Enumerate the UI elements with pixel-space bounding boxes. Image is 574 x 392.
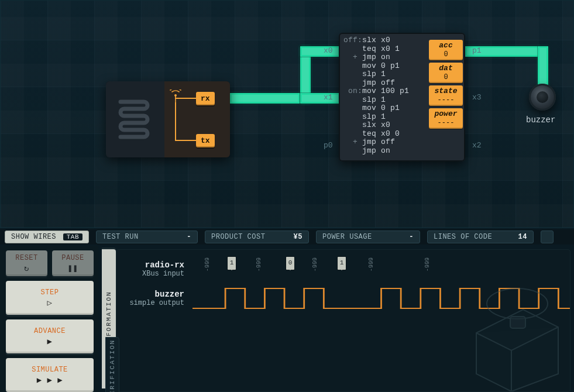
wire-rx-h1 [230, 93, 300, 104]
signal-scope: radio-rx XBus input -9991-9990-9991-999-… [116, 249, 570, 392]
tx-port[interactable]: tx [196, 134, 215, 147]
register-acc: acc0 [429, 40, 463, 60]
power-usage-stat: POWER USAGE - [316, 231, 420, 243]
register-panel: acc0 dat0 state---- power---- [429, 36, 463, 158]
test-run-stat: TEST RUN - [96, 231, 198, 243]
port-p1: p1 [472, 46, 482, 55]
advance-icon: ▶ [47, 336, 53, 346]
signal-name: radio-rx [116, 260, 184, 270]
xbus-value: -999 [312, 256, 318, 273]
buzzer-label: buzzer [526, 115, 555, 125]
buzzer-output[interactable] [529, 84, 556, 111]
port-x2: x2 [472, 141, 482, 150]
xbus-flag: 1 [228, 257, 236, 270]
register-power: power---- [429, 108, 463, 129]
mc-chip[interactable]: off:slx x0 teq x0 1 + jmp on mov 0 p1 sl… [339, 33, 465, 161]
step-icon: ▷ [47, 298, 53, 308]
tab-verification[interactable]: VERIFICATION [105, 337, 119, 392]
simulate-icon: ▶ ▶ ▶ [37, 375, 63, 385]
xbus-track: -9991-9990-9991-999-999 [193, 256, 570, 283]
xbus-value: -999 [204, 256, 211, 273]
port-x3: x3 [472, 93, 482, 102]
register-dat: dat0 [429, 63, 463, 83]
sim-controls: RESET ↻ PAUSE ❚❚ STEP ▷ ADVANCE ▶ SIMULA… [0, 246, 98, 392]
code-editor[interactable]: off:slx x0 teq x0 1 + jmp on mov 0 p1 sl… [343, 36, 429, 158]
simulate-button[interactable]: SIMULATE ▶ ▶ ▶ [6, 358, 94, 392]
svg-rect-2 [510, 317, 525, 328]
step-button[interactable]: STEP ▷ [6, 281, 94, 315]
show-wires-button[interactable]: SHOW WIRES TAB [5, 231, 89, 243]
wire-rx-h2 [300, 46, 340, 57]
bottom-panel: RESET ↻ PAUSE ❚❚ STEP ▷ ADVANCE ▶ SIMULA… [0, 246, 574, 392]
wire-rx-x1 [300, 93, 340, 104]
port-x1: x1 [324, 93, 333, 102]
signal-type: simple output [116, 299, 184, 307]
signal-name: buzzer [116, 290, 184, 299]
trace-v [175, 102, 176, 141]
status-bar: SHOW WIRES TAB TEST RUN - PRODUCT COST ¥… [0, 229, 574, 245]
show-wires-key: TAB [63, 233, 83, 240]
radio-panel: rx tx [164, 81, 230, 157]
waveform-icon [193, 285, 570, 312]
port-x0: x0 [324, 46, 333, 55]
advance-button[interactable]: ADVANCE ▶ [6, 319, 94, 353]
signal-buzzer: buzzer simple output [116, 284, 570, 313]
radio-module[interactable]: rx tx [106, 81, 230, 157]
xbus-value: -999 [424, 256, 431, 273]
register-state: state---- [429, 85, 463, 106]
design-canvas[interactable]: x0 x1 p0 p1 x3 x2 rx tx off:slx x0 teq x… [0, 0, 574, 228]
rx-port[interactable]: rx [196, 92, 215, 105]
status-extra [541, 231, 554, 243]
signal-radio-rx: radio-rx XBus input -9991-9990-9991-999-… [116, 255, 570, 284]
heatsink-icon [106, 81, 164, 157]
pause-button[interactable]: PAUSE ❚❚ [52, 250, 94, 276]
trace-h-rx [175, 98, 196, 99]
lines-of-code-stat: LINES OF CODE 14 [427, 231, 534, 243]
show-wires-label: SHOW WIRES [11, 233, 56, 241]
xbus-value: -999 [256, 256, 262, 273]
xbus-flag: 1 [338, 257, 346, 270]
trace-h-tx [175, 140, 196, 141]
svg-point-0 [174, 94, 177, 97]
wire-p1-v [538, 46, 548, 88]
reset-icon: ↻ [24, 263, 29, 273]
signal-type: XBus input [116, 270, 184, 278]
xbus-flag: 0 [286, 257, 294, 270]
port-p0: p0 [324, 141, 333, 150]
product-cost-stat: PRODUCT COST ¥5 [205, 231, 309, 243]
xbus-value: -999 [368, 256, 374, 273]
reset-button[interactable]: RESET ↻ [6, 250, 47, 276]
buzzer-track [193, 285, 570, 312]
pause-icon: ❚❚ [68, 263, 78, 273]
